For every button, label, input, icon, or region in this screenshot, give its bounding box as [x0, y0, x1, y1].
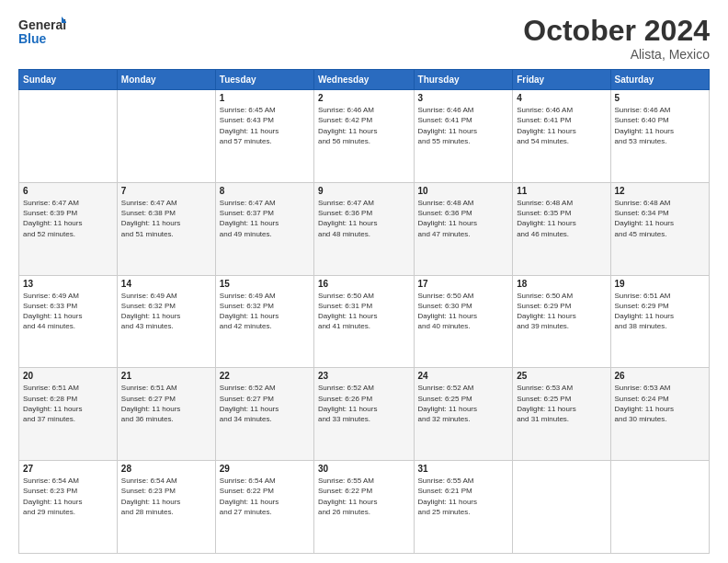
day-number: 19 — [615, 279, 705, 289]
calendar-cell: 6Sunrise: 6:47 AM Sunset: 6:39 PM Daylig… — [19, 182, 118, 275]
day-info: Sunrise: 6:49 AM Sunset: 6:32 PM Dayligh… — [220, 291, 310, 332]
day-info: Sunrise: 6:55 AM Sunset: 6:21 PM Dayligh… — [418, 476, 509, 517]
logo-svg: General Blue — [18, 15, 66, 48]
day-number: 7 — [121, 186, 211, 196]
svg-text:Blue: Blue — [18, 31, 47, 46]
calendar-cell: 11Sunrise: 6:48 AM Sunset: 6:35 PM Dayli… — [513, 182, 610, 275]
day-info: Sunrise: 6:54 AM Sunset: 6:23 PM Dayligh… — [121, 476, 211, 517]
day-info: Sunrise: 6:54 AM Sunset: 6:23 PM Dayligh… — [23, 476, 113, 517]
day-info: Sunrise: 6:49 AM Sunset: 6:32 PM Dayligh… — [121, 291, 211, 332]
calendar-cell: 18Sunrise: 6:50 AM Sunset: 6:29 PM Dayli… — [513, 275, 610, 368]
calendar-header-row: SundayMondayTuesdayWednesdayThursdayFrid… — [19, 70, 710, 90]
day-info: Sunrise: 6:48 AM Sunset: 6:35 PM Dayligh… — [517, 198, 606, 239]
day-number: 14 — [121, 279, 211, 289]
week-row-1: 1Sunrise: 6:45 AM Sunset: 6:43 PM Daylig… — [19, 90, 710, 183]
calendar-cell: 25Sunrise: 6:53 AM Sunset: 6:25 PM Dayli… — [513, 368, 610, 461]
day-info: Sunrise: 6:52 AM Sunset: 6:25 PM Dayligh… — [418, 383, 509, 424]
calendar-cell: 13Sunrise: 6:49 AM Sunset: 6:33 PM Dayli… — [19, 275, 118, 368]
calendar-cell: 5Sunrise: 6:46 AM Sunset: 6:40 PM Daylig… — [610, 90, 709, 183]
day-number: 18 — [517, 279, 606, 289]
month-title: October 2024 — [523, 15, 710, 47]
day-number: 22 — [220, 371, 310, 381]
day-header-saturday: Saturday — [610, 70, 709, 90]
calendar-cell: 17Sunrise: 6:50 AM Sunset: 6:30 PM Dayli… — [414, 275, 513, 368]
day-header-tuesday: Tuesday — [215, 70, 313, 90]
header: General Blue October 2024 Alista, Mexico — [18, 15, 710, 62]
week-row-2: 6Sunrise: 6:47 AM Sunset: 6:39 PM Daylig… — [19, 182, 710, 275]
calendar-cell: 9Sunrise: 6:47 AM Sunset: 6:36 PM Daylig… — [313, 182, 414, 275]
day-info: Sunrise: 6:46 AM Sunset: 6:40 PM Dayligh… — [615, 105, 705, 146]
calendar-cell: 28Sunrise: 6:54 AM Sunset: 6:23 PM Dayli… — [117, 461, 215, 554]
day-number: 31 — [418, 464, 509, 474]
day-number: 12 — [615, 186, 705, 196]
calendar-cell: 26Sunrise: 6:53 AM Sunset: 6:24 PM Dayli… — [610, 368, 709, 461]
day-info: Sunrise: 6:51 AM Sunset: 6:28 PM Dayligh… — [23, 383, 113, 424]
day-info: Sunrise: 6:51 AM Sunset: 6:29 PM Dayligh… — [615, 291, 705, 332]
calendar-cell: 29Sunrise: 6:54 AM Sunset: 6:22 PM Dayli… — [215, 461, 313, 554]
day-info: Sunrise: 6:46 AM Sunset: 6:41 PM Dayligh… — [418, 105, 509, 146]
calendar-cell: 1Sunrise: 6:45 AM Sunset: 6:43 PM Daylig… — [215, 90, 313, 183]
day-info: Sunrise: 6:52 AM Sunset: 6:27 PM Dayligh… — [220, 383, 310, 424]
day-number: 29 — [220, 464, 310, 474]
day-number: 20 — [23, 371, 113, 381]
calendar-cell: 16Sunrise: 6:50 AM Sunset: 6:31 PM Dayli… — [313, 275, 414, 368]
calendar-cell: 31Sunrise: 6:55 AM Sunset: 6:21 PM Dayli… — [414, 461, 513, 554]
day-info: Sunrise: 6:47 AM Sunset: 6:37 PM Dayligh… — [220, 198, 310, 239]
day-info: Sunrise: 6:48 AM Sunset: 6:34 PM Dayligh… — [615, 198, 705, 239]
calendar-cell: 22Sunrise: 6:52 AM Sunset: 6:27 PM Dayli… — [215, 368, 313, 461]
day-info: Sunrise: 6:50 AM Sunset: 6:30 PM Dayligh… — [418, 291, 509, 332]
day-number: 25 — [517, 371, 606, 381]
calendar-cell: 2Sunrise: 6:46 AM Sunset: 6:42 PM Daylig… — [313, 90, 414, 183]
day-info: Sunrise: 6:50 AM Sunset: 6:31 PM Dayligh… — [318, 291, 410, 332]
calendar-cell: 21Sunrise: 6:51 AM Sunset: 6:27 PM Dayli… — [117, 368, 215, 461]
location: Alista, Mexico — [523, 47, 710, 62]
day-header-monday: Monday — [117, 70, 215, 90]
day-number: 21 — [121, 371, 211, 381]
day-number: 17 — [418, 279, 509, 289]
logo: General Blue — [18, 15, 66, 48]
day-header-thursday: Thursday — [414, 70, 513, 90]
day-number: 27 — [23, 464, 113, 474]
calendar-cell: 12Sunrise: 6:48 AM Sunset: 6:34 PM Dayli… — [610, 182, 709, 275]
day-number: 26 — [615, 371, 705, 381]
day-number: 30 — [318, 464, 410, 474]
calendar-cell — [117, 90, 215, 183]
day-info: Sunrise: 6:46 AM Sunset: 6:42 PM Dayligh… — [318, 105, 410, 146]
calendar-cell — [610, 461, 709, 554]
day-number: 9 — [318, 186, 410, 196]
week-row-4: 20Sunrise: 6:51 AM Sunset: 6:28 PM Dayli… — [19, 368, 710, 461]
calendar-cell: 3Sunrise: 6:46 AM Sunset: 6:41 PM Daylig… — [414, 90, 513, 183]
calendar-cell: 7Sunrise: 6:47 AM Sunset: 6:38 PM Daylig… — [117, 182, 215, 275]
day-header-sunday: Sunday — [19, 70, 118, 90]
day-info: Sunrise: 6:55 AM Sunset: 6:22 PM Dayligh… — [318, 476, 410, 517]
day-number: 2 — [318, 93, 410, 103]
day-number: 11 — [517, 186, 606, 196]
day-info: Sunrise: 6:46 AM Sunset: 6:41 PM Dayligh… — [517, 105, 606, 146]
day-header-friday: Friday — [513, 70, 610, 90]
calendar-cell: 8Sunrise: 6:47 AM Sunset: 6:37 PM Daylig… — [215, 182, 313, 275]
calendar-body: 1Sunrise: 6:45 AM Sunset: 6:43 PM Daylig… — [19, 90, 710, 554]
calendar-cell: 14Sunrise: 6:49 AM Sunset: 6:32 PM Dayli… — [117, 275, 215, 368]
day-info: Sunrise: 6:52 AM Sunset: 6:26 PM Dayligh… — [318, 383, 410, 424]
day-header-wednesday: Wednesday — [313, 70, 414, 90]
day-info: Sunrise: 6:50 AM Sunset: 6:29 PM Dayligh… — [517, 291, 606, 332]
day-info: Sunrise: 6:54 AM Sunset: 6:22 PM Dayligh… — [220, 476, 310, 517]
day-info: Sunrise: 6:49 AM Sunset: 6:33 PM Dayligh… — [23, 291, 113, 332]
calendar-cell: 24Sunrise: 6:52 AM Sunset: 6:25 PM Dayli… — [414, 368, 513, 461]
day-number: 6 — [23, 186, 113, 196]
title-block: October 2024 Alista, Mexico — [523, 15, 710, 62]
calendar-cell: 15Sunrise: 6:49 AM Sunset: 6:32 PM Dayli… — [215, 275, 313, 368]
calendar-cell — [19, 90, 118, 183]
day-info: Sunrise: 6:45 AM Sunset: 6:43 PM Dayligh… — [220, 105, 310, 146]
calendar-cell: 4Sunrise: 6:46 AM Sunset: 6:41 PM Daylig… — [513, 90, 610, 183]
calendar-table: SundayMondayTuesdayWednesdayThursdayFrid… — [18, 69, 710, 554]
day-info: Sunrise: 6:53 AM Sunset: 6:24 PM Dayligh… — [615, 383, 705, 424]
day-number: 8 — [220, 186, 310, 196]
day-number: 1 — [220, 93, 310, 103]
week-row-3: 13Sunrise: 6:49 AM Sunset: 6:33 PM Dayli… — [19, 275, 710, 368]
day-number: 13 — [23, 279, 113, 289]
calendar-cell: 23Sunrise: 6:52 AM Sunset: 6:26 PM Dayli… — [313, 368, 414, 461]
svg-text:General: General — [18, 17, 66, 32]
day-number: 5 — [615, 93, 705, 103]
day-info: Sunrise: 6:51 AM Sunset: 6:27 PM Dayligh… — [121, 383, 211, 424]
